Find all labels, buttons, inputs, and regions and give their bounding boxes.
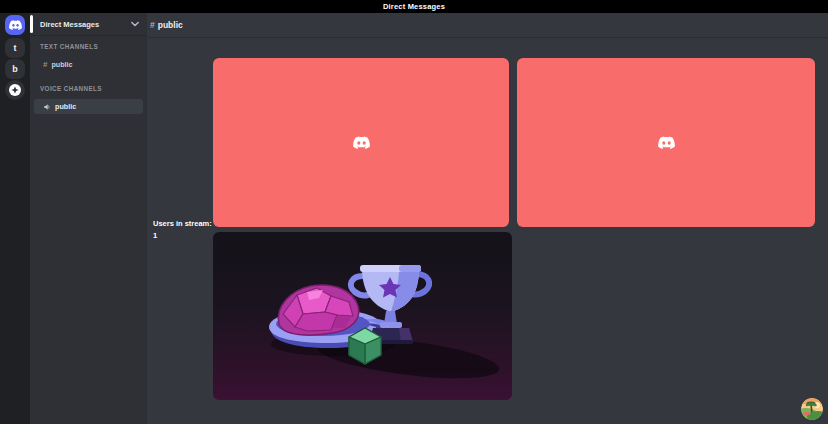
channel-header: # public xyxy=(147,13,828,38)
channel-sidebar: Direct Messages TEXT CHANNELS # public V… xyxy=(30,13,147,424)
video-tile-1[interactable] xyxy=(213,58,509,227)
category-text-channels[interactable]: TEXT CHANNELS xyxy=(40,43,98,50)
discord-logo-icon xyxy=(658,136,675,149)
guild-header-label: Direct Messages xyxy=(40,20,131,29)
server-initial: b xyxy=(12,64,18,74)
server-button-t[interactable]: t xyxy=(5,38,25,58)
discord-logo-icon xyxy=(9,20,22,30)
users-in-stream-text: Users in stream: xyxy=(153,218,213,230)
channel-name: public xyxy=(51,60,72,69)
users-in-stream-count: 1 xyxy=(153,230,213,242)
landscape-avatar-image xyxy=(801,398,823,420)
main-content: # public Users in stream: 1 xyxy=(147,13,828,424)
compass-icon xyxy=(9,84,21,96)
window-titlebar: Direct Messages xyxy=(0,0,828,13)
discord-logo-icon xyxy=(353,136,370,149)
speaker-icon xyxy=(43,103,51,111)
trophy-gems-illustration xyxy=(213,232,512,400)
hash-icon: # xyxy=(43,60,47,69)
window-title: Direct Messages xyxy=(383,2,445,11)
user-avatar[interactable] xyxy=(801,398,823,420)
server-button-b[interactable]: b xyxy=(5,59,25,79)
users-in-stream-label: Users in stream: 1 xyxy=(153,218,213,242)
activity-tile[interactable] xyxy=(213,232,512,400)
server-rail: t b xyxy=(0,13,30,424)
video-tile-2[interactable] xyxy=(517,58,815,227)
explore-servers-button[interactable] xyxy=(5,80,25,100)
channel-name: public xyxy=(55,102,76,111)
channel-header-title: public xyxy=(158,20,183,30)
server-initial: t xyxy=(14,43,17,53)
voice-channel-public[interactable]: public xyxy=(34,99,143,114)
hash-icon: # xyxy=(150,20,155,30)
text-channel-public[interactable]: # public xyxy=(34,57,143,72)
home-button[interactable] xyxy=(5,15,25,35)
chevron-down-icon xyxy=(131,21,139,27)
category-voice-channels[interactable]: VOICE CHANNELS xyxy=(40,85,102,92)
guild-header-dropdown[interactable]: Direct Messages xyxy=(30,13,147,36)
